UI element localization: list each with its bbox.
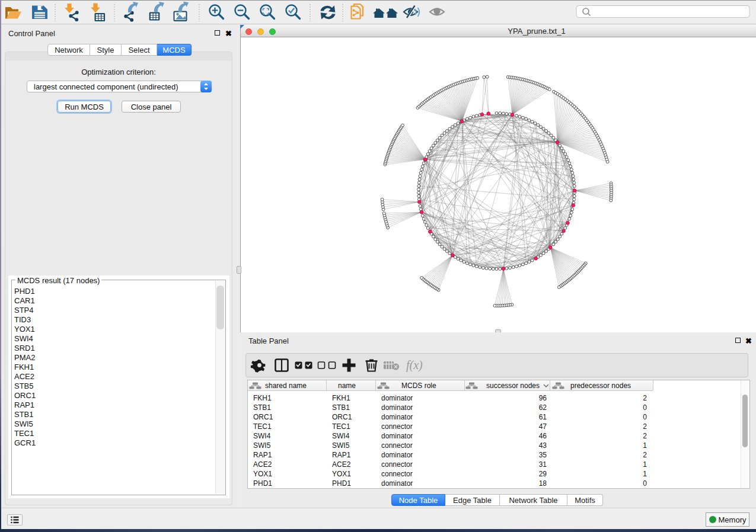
svg-text:shared name: shared name	[265, 382, 307, 390]
svg-text:predecessor nodes: predecessor nodes	[570, 382, 631, 390]
svg-text:name: name	[338, 382, 356, 390]
svg-text:MCDS role: MCDS role	[401, 382, 436, 390]
svg-text:successor nodes: successor nodes	[486, 382, 540, 390]
svg-text:f(x): f(x)	[406, 358, 423, 372]
